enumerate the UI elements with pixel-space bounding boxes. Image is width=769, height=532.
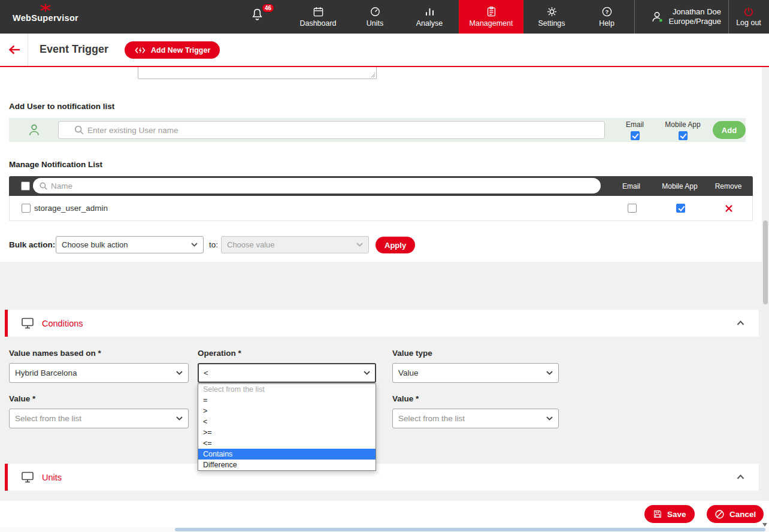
- save-floppy-icon: [653, 509, 662, 519]
- cropped-textarea[interactable]: [138, 67, 377, 79]
- apply-button[interactable]: Apply: [376, 237, 415, 253]
- notification-count-badge[interactable]: 46: [262, 4, 274, 13]
- email-checkbox[interactable]: [631, 131, 640, 140]
- operation-label: Operation *: [198, 349, 241, 358]
- operation-option[interactable]: Difference: [198, 460, 376, 470]
- value-right-select[interactable]: Select from the list: [392, 409, 559, 428]
- calendar-icon: [313, 6, 324, 17]
- gauge-icon: [370, 6, 381, 17]
- user-name: Jonathan Doe: [669, 7, 721, 17]
- cancel-button[interactable]: Cancel: [707, 505, 764, 523]
- save-button[interactable]: Save: [644, 505, 695, 523]
- header-divider: [28, 34, 28, 66]
- user-region: Europe/Prague: [669, 17, 721, 26]
- value-type-select[interactable]: Value: [392, 363, 559, 383]
- operation-option[interactable]: Select from the list: [198, 384, 376, 395]
- monitor-icon: [21, 317, 34, 330]
- save-label: Save: [667, 510, 686, 519]
- operation-option[interactable]: <=: [198, 438, 376, 449]
- value-type-label: Value type: [392, 349, 432, 358]
- operation-option-highlighted[interactable]: Contains: [198, 449, 376, 460]
- back-button[interactable]: [7, 43, 22, 59]
- collapse-chevron-icon[interactable]: [737, 321, 744, 325]
- sort-ascending-icon[interactable]: [588, 183, 598, 190]
- chevron-down-icon: [546, 371, 553, 375]
- units-title: Units: [42, 473, 62, 482]
- nav-item-help[interactable]: ? Help: [589, 0, 624, 34]
- help-icon: ?: [601, 6, 613, 17]
- nav-label: Settings: [538, 19, 565, 28]
- horizontal-scrollbar-thumb[interactable]: [175, 528, 765, 531]
- scrollbar-down-arrow-icon[interactable]: [762, 523, 767, 527]
- chevron-down-icon: [364, 371, 370, 375]
- chevron-down-icon: [176, 371, 183, 375]
- conditions-section-header[interactable]: Conditions: [5, 310, 759, 337]
- notification-list-table: Email Mobile App Remove storage_user_adm…: [9, 176, 753, 221]
- operation-option[interactable]: =: [198, 395, 376, 406]
- resize-grip-icon[interactable]: [371, 73, 376, 78]
- nav-item-settings[interactable]: Settings: [527, 0, 576, 34]
- value-left-select[interactable]: Select from the list: [9, 409, 189, 428]
- bulk-value-select[interactable]: Choose value: [221, 236, 369, 253]
- nav-item-dashboard[interactable]: Dashboard: [292, 0, 344, 34]
- nav-item-management[interactable]: Management: [459, 0, 523, 34]
- header-accent-line: [0, 66, 769, 67]
- operation-option[interactable]: <: [198, 416, 376, 427]
- table-header: Email Mobile App Remove: [9, 176, 753, 196]
- row-user-name: storage_user_admin: [34, 204, 108, 213]
- person-icon: [27, 123, 41, 137]
- units-section-header[interactable]: Units: [5, 464, 759, 491]
- monitor-icon: [21, 471, 34, 483]
- logout-label: Log out: [736, 19, 761, 27]
- conditions-title: Conditions: [42, 319, 83, 328]
- value-names-select[interactable]: Hybrid Barcelona: [9, 363, 189, 383]
- select-all-checkbox[interactable]: [21, 182, 30, 191]
- bulk-to-label: to:: [209, 240, 218, 249]
- bulk-value: Choose value: [227, 240, 275, 249]
- bulk-action-value: Choose bulk action: [62, 240, 128, 249]
- add-new-trigger-button[interactable]: Add New Trigger: [125, 41, 220, 59]
- topbar-divider: [728, 0, 729, 34]
- bulk-action-select[interactable]: Choose bulk action: [56, 236, 204, 253]
- nav-item-analyse[interactable]: Analyse: [408, 0, 450, 34]
- logo-text: WebSupervisor: [13, 13, 78, 23]
- websupervisor-logo[interactable]: WebSupervisor: [6, 4, 85, 23]
- gear-icon: [546, 6, 558, 17]
- cancel-slash-icon: [714, 509, 725, 519]
- row-select-checkbox[interactable]: [22, 204, 31, 213]
- add-user-row: Email Mobile App Add: [9, 118, 746, 142]
- value-names-value: Hybrid Barcelona: [15, 368, 77, 377]
- horizontal-scrollbar[interactable]: [0, 527, 769, 532]
- remove-user-icon[interactable]: [724, 204, 734, 213]
- operation-select[interactable]: <: [198, 363, 376, 383]
- vertical-scrollbar[interactable]: [762, 67, 769, 501]
- logout-button[interactable]: Log out: [731, 0, 767, 34]
- operation-option[interactable]: >: [198, 406, 376, 416]
- nav-item-units[interactable]: Units: [357, 0, 393, 34]
- row-mobile-app-checkbox[interactable]: [676, 204, 685, 213]
- operation-option[interactable]: >=: [198, 427, 376, 438]
- email-option-column: Email: [611, 120, 659, 140]
- chevron-down-icon: [191, 243, 198, 247]
- power-icon: [743, 7, 754, 17]
- bulk-action-label: Bulk action:: [9, 240, 55, 249]
- cancel-label: Cancel: [729, 510, 756, 519]
- name-filter-input[interactable]: [33, 178, 601, 194]
- vertical-scrollbar-thumb[interactable]: [763, 220, 768, 304]
- add-user-search-input[interactable]: [58, 121, 605, 139]
- operation-value: <: [204, 368, 208, 377]
- chevron-down-icon: [356, 243, 363, 247]
- nav-label: Management: [470, 19, 513, 28]
- add-user-button[interactable]: Add: [713, 121, 746, 139]
- row-email-checkbox[interactable]: [628, 204, 637, 213]
- value-names-label: Value names based on *: [9, 349, 101, 358]
- column-header-remove: Remove: [704, 182, 752, 191]
- chevron-down-icon: [546, 416, 553, 421]
- collapse-chevron-icon[interactable]: [737, 474, 744, 479]
- nav-label: Help: [599, 19, 614, 28]
- user-account-menu[interactable]: Jonathan Doe Europe/Prague: [636, 0, 726, 34]
- mobile-app-checkbox[interactable]: [679, 131, 688, 140]
- mobile-option-column: Mobile App: [659, 120, 707, 140]
- email-label: Email: [626, 120, 644, 129]
- clipboard-icon: [486, 6, 497, 17]
